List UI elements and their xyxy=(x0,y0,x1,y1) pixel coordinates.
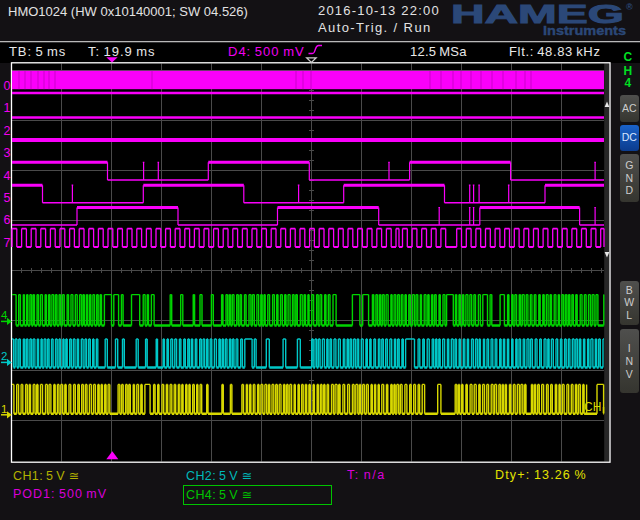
svg-text:Instruments: Instruments xyxy=(543,23,626,38)
svg-text:®: ® xyxy=(626,2,633,12)
